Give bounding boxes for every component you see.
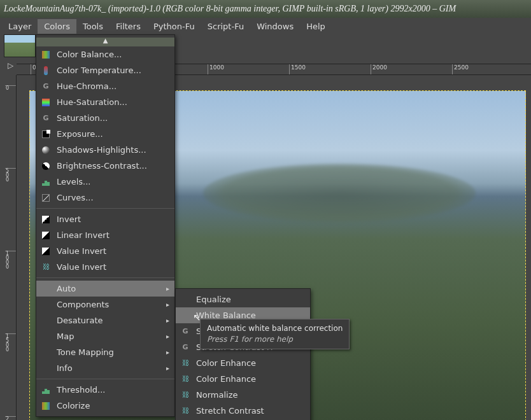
- temp-icon: [40, 66, 52, 76]
- menu-scroll-up[interactable]: ▲: [36, 38, 174, 46]
- link-icon: ⛓: [180, 406, 191, 416]
- ruler-vtick: 1500: [5, 333, 17, 352]
- menu-item-label: Value Invert: [57, 246, 106, 256]
- submenu-arrow-icon: ▸: [166, 333, 169, 340]
- bc-icon: [40, 161, 52, 171]
- menu-item-label: Tone Mapping: [57, 347, 114, 357]
- colors-menu: ▲ Color Balance...Color Temperature...GH…: [36, 34, 175, 417]
- colors-item-exposure[interactable]: Exposure...: [36, 126, 174, 142]
- g-icon: G: [40, 113, 52, 123]
- link-icon: ⛓: [180, 374, 191, 384]
- menu-item-label: Hue-Saturation...: [57, 97, 127, 107]
- blank-icon: [180, 311, 191, 321]
- menu-item-label: Shadows-Highlights...: [57, 145, 146, 155]
- menu-item-label: Value Invert: [57, 262, 106, 272]
- colors-item-saturation[interactable]: GSaturation...: [36, 110, 174, 126]
- blank-icon: [40, 347, 52, 358]
- image-thumbnail[interactable]: [4, 34, 36, 57]
- menu-layer[interactable]: Layer: [2, 19, 38, 34]
- auto-item-stretch-contrast[interactable]: ⛓Stretch Contrast: [176, 403, 310, 419]
- auto-item-color-enhance[interactable]: ⛓Color Enhance: [176, 371, 310, 387]
- exp-icon: [40, 129, 52, 139]
- menu-tools[interactable]: Tools: [76, 19, 110, 34]
- menu-separator: [36, 379, 174, 379]
- colors-item-info[interactable]: Info▸: [36, 360, 174, 376]
- colors-item-curves[interactable]: Curves...: [36, 190, 174, 206]
- colors-item-value-invert[interactable]: ⛓Value Invert: [36, 259, 174, 275]
- menu-item-label: Curves...: [57, 193, 94, 202]
- g-icon: G: [180, 342, 191, 353]
- submenu-arrow-icon: ▸: [166, 317, 169, 324]
- colors-item-brightness-contrast[interactable]: Brightness-Contrast...: [36, 158, 174, 174]
- menu-item-label: Hue-Chroma...: [57, 81, 117, 91]
- blank-icon: [180, 295, 191, 305]
- g-icon: G: [40, 81, 52, 92]
- blank-icon: [40, 300, 52, 310]
- ruler-tick: 1500: [289, 64, 306, 75]
- balance-icon: [40, 50, 52, 60]
- menu-help[interactable]: Help: [300, 19, 332, 34]
- menu-windows[interactable]: Windows: [250, 19, 300, 34]
- blank-icon: [40, 363, 52, 374]
- colors-item-components[interactable]: Components▸: [36, 297, 174, 312]
- ruler-vertical: 0500100015002000: [5, 75, 17, 420]
- colors-item-map[interactable]: Map▸: [36, 328, 174, 344]
- colors-item-invert[interactable]: Invert: [36, 211, 174, 227]
- menu-colors[interactable]: Colors: [38, 19, 76, 34]
- ruler-vtick: 1000: [5, 251, 17, 269]
- auto-item-equalize[interactable]: Equalize: [176, 291, 310, 307]
- menu-item-label: Colorize: [57, 401, 90, 410]
- colors-item-threshold[interactable]: Threshold...: [36, 382, 174, 398]
- menu-item-label: Equalize: [196, 295, 231, 304]
- ruler-tick: 2500: [452, 64, 469, 75]
- link-icon: ⛓: [180, 358, 191, 368]
- auto-submenu: EqualizeWhite BalanceGSGStretch Contrast…: [175, 288, 311, 420]
- menu-script-fu[interactable]: Script-Fu: [201, 19, 250, 34]
- auto-item-normalize[interactable]: ⛓Normalize: [176, 387, 310, 403]
- link-icon: ⛓: [40, 262, 52, 272]
- menu-item-label: Brightness-Contrast...: [57, 161, 147, 171]
- submenu-arrow-icon: ▸: [166, 365, 169, 372]
- colors-item-hue-chroma[interactable]: GHue-Chroma...: [36, 78, 174, 94]
- ruler-tick: 1000: [208, 64, 224, 75]
- colors-item-linear-invert[interactable]: Linear Invert: [36, 227, 174, 243]
- menu-filters[interactable]: Filters: [110, 19, 147, 34]
- menu-separator: [36, 277, 174, 278]
- colors-item-hue-saturation[interactable]: Hue-Saturation...: [36, 94, 174, 110]
- tooltip-help: Press F1 for more help: [207, 334, 343, 345]
- blank-icon: [40, 332, 52, 342]
- menu-item-label: Saturation...: [57, 113, 108, 123]
- menu-item-label: Color Enhance: [196, 374, 256, 384]
- menu-bar: LayerColorsToolsFiltersPython-FuScript-F…: [0, 18, 531, 34]
- auto-item-color-enhance[interactable]: ⛓Color Enhance: [176, 355, 310, 371]
- colors-item-tone-mapping[interactable]: Tone Mapping▸: [36, 344, 174, 360]
- menu-item-label: Auto: [57, 284, 76, 293]
- menu-item-label: Threshold...: [57, 385, 105, 395]
- colors-item-color-balance[interactable]: Color Balance...: [36, 46, 174, 62]
- menu-item-label: Info: [57, 363, 73, 373]
- menu-item-label: Linear Invert: [57, 230, 110, 240]
- colors-item-color-temperature[interactable]: Color Temperature...: [36, 62, 174, 78]
- tooltip: Automatic white balance correction Press…: [200, 319, 350, 349]
- blank-icon: [40, 316, 52, 326]
- colors-item-desaturate[interactable]: Desaturate▸: [36, 312, 174, 328]
- colors-item-levels[interactable]: Levels...: [36, 174, 174, 190]
- colors-item-auto[interactable]: Auto▸: [36, 281, 174, 297]
- colors-item-value-invert[interactable]: Value Invert: [36, 243, 174, 259]
- crv-icon: [40, 193, 52, 203]
- menu-item-label: Normalize: [196, 390, 237, 400]
- submenu-arrow-icon: ▸: [166, 349, 169, 356]
- submenu-arrow-icon: ▸: [166, 301, 169, 308]
- menu-item-label: Exposure...: [57, 129, 103, 139]
- submenu-arrow-icon: ▸: [166, 285, 169, 292]
- colors-item-shadows-highlights[interactable]: Shadows-Highlights...: [36, 142, 174, 158]
- menu-python-fu[interactable]: Python-Fu: [147, 19, 201, 34]
- balance-icon: [40, 401, 52, 411]
- menu-item-label: Map: [57, 332, 74, 341]
- lvl-icon: [40, 385, 52, 395]
- g-icon: G: [180, 326, 191, 337]
- ruler-tick: 2000: [371, 64, 387, 75]
- menu-item-label: Stretch Contrast: [196, 406, 264, 416]
- menu-separator: [36, 208, 174, 209]
- colors-item-colorize[interactable]: Colorize: [36, 398, 174, 414]
